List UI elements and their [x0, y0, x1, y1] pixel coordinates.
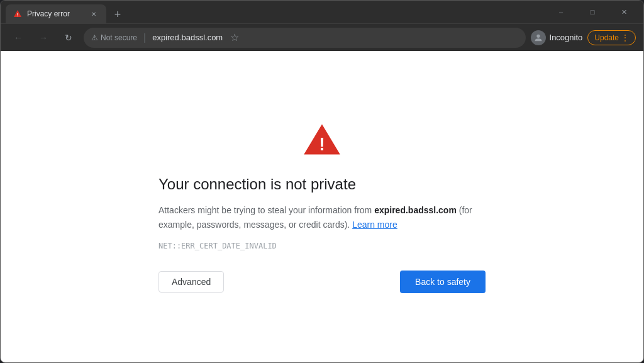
error-description: Attackers might be trying to steal your …: [158, 203, 486, 232]
bookmark-button[interactable]: ☆: [230, 31, 239, 43]
nav-right: Incognito Update ⋮: [531, 30, 636, 45]
tab-area: ! Privacy error ✕ +: [6, 1, 547, 23]
address-separator: |: [143, 32, 146, 43]
tab-title: Privacy error: [27, 9, 84, 18]
error-code: NET::ERR_CERT_DATE_INVALID: [158, 242, 277, 250]
error-icon-area: !: [158, 120, 486, 160]
tab-close-button[interactable]: ✕: [89, 9, 99, 19]
error-container: ! Your connection is not private Attacke…: [146, 108, 498, 306]
learn-more-link[interactable]: Learn more: [352, 220, 397, 230]
description-before: Attackers might be trying to steal your …: [158, 205, 374, 215]
advanced-button[interactable]: Advanced: [158, 271, 224, 293]
address-url: expired.badssl.com: [152, 33, 223, 42]
error-actions: Advanced Back to safety: [158, 271, 486, 293]
error-domain: expired.badssl.com: [374, 205, 457, 215]
warning-icon: ⚠: [91, 33, 98, 42]
close-button[interactable]: ✕: [609, 3, 638, 21]
svg-text:!: !: [319, 134, 325, 154]
reload-button[interactable]: ↻: [58, 28, 79, 48]
security-label: Not secure: [101, 33, 137, 42]
forward-button[interactable]: →: [33, 28, 53, 48]
svg-text:!: !: [17, 13, 18, 17]
window-controls: – □ ✕: [547, 3, 638, 21]
browser-window: ! Privacy error ✕ + – □ ✕ ← → ↻ ⚠ Not se…: [0, 0, 644, 363]
incognito-icon: [531, 30, 546, 45]
security-indicator: ⚠ Not secure: [91, 33, 137, 42]
maximize-button[interactable]: □: [578, 3, 607, 21]
tab-favicon: !: [13, 9, 22, 18]
page-content: ! Your connection is not private Attacke…: [1, 51, 643, 362]
back-to-safety-button[interactable]: Back to safety: [400, 271, 486, 293]
warning-triangle-icon: !: [302, 120, 342, 160]
back-button[interactable]: ←: [8, 28, 28, 48]
update-button[interactable]: Update ⋮: [587, 30, 636, 45]
minimize-button[interactable]: –: [547, 3, 575, 21]
update-label: Update: [594, 33, 619, 42]
update-menu-icon: ⋮: [621, 33, 629, 42]
title-bar: ! Privacy error ✕ + – □ ✕: [1, 1, 643, 23]
error-title: Your connection is not private: [158, 176, 356, 193]
nav-bar: ← → ↻ ⚠ Not secure | expired.badssl.com …: [1, 23, 643, 51]
address-bar[interactable]: ⚠ Not secure | expired.badssl.com ☆: [84, 28, 526, 48]
active-tab[interactable]: ! Privacy error ✕: [6, 4, 106, 23]
incognito-label: Incognito: [550, 33, 583, 42]
incognito-badge: Incognito: [531, 30, 583, 45]
new-tab-button[interactable]: +: [109, 6, 126, 23]
